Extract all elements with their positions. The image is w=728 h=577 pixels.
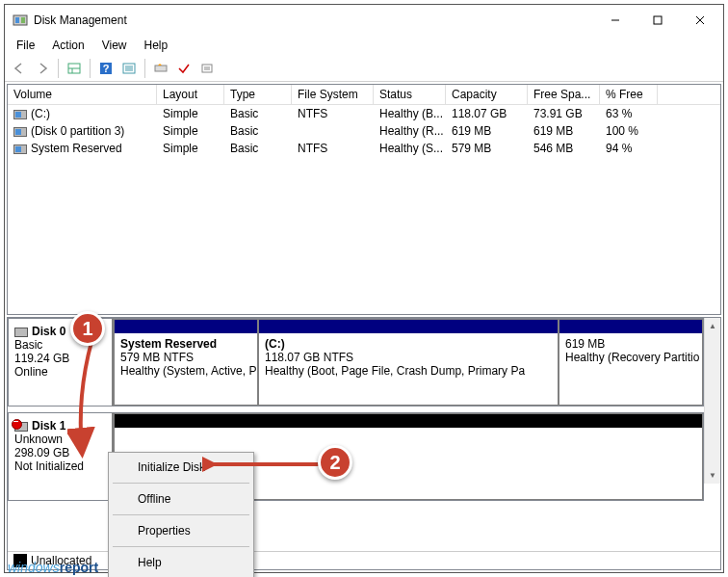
- partition-c[interactable]: (C:) 118.07 GB NTFS Healthy (Boot, Page …: [258, 319, 559, 406]
- toolbar-separator: [58, 59, 59, 78]
- partition-color-bar: [115, 414, 702, 428]
- partition-title: (C:): [265, 337, 552, 351]
- menu-offline[interactable]: Offline: [111, 486, 251, 511]
- col-layout[interactable]: Layout: [157, 85, 224, 104]
- disk-error-icon: [14, 422, 28, 432]
- volume-row[interactable]: (C:) Simple Basic NTFS Healthy (B... 118…: [8, 105, 720, 122]
- col-pct[interactable]: % Free: [600, 85, 658, 104]
- menu-properties[interactable]: Properties: [111, 518, 251, 543]
- cell: Healthy (B...: [374, 106, 446, 121]
- disk-name: Disk 1: [32, 419, 65, 433]
- disk-icon: [14, 328, 28, 337]
- volume-list: Volume Layout Type File System Status Ca…: [7, 84, 721, 315]
- menu-help[interactable]: Help: [137, 37, 176, 54]
- volume-name: (C:): [31, 107, 50, 120]
- partition-color-bar: [559, 320, 702, 333]
- menu-action[interactable]: Action: [44, 37, 91, 54]
- partition-title: System Reserved: [120, 337, 251, 351]
- cell: 73.91 GB: [528, 106, 600, 121]
- partition-color-bar: [115, 320, 257, 333]
- window-title: Disk Management: [34, 13, 594, 27]
- cell: Healthy (R...: [374, 123, 446, 139]
- volume-icon: [13, 110, 27, 119]
- menu-separator: [113, 546, 249, 547]
- scroll-up-icon[interactable]: ▲: [705, 318, 720, 334]
- cell: 63 %: [600, 106, 658, 121]
- partition-status: Healthy (Recovery Partitio: [565, 351, 696, 364]
- partition-recovery[interactable]: 619 MB Healthy (Recovery Partitio: [559, 319, 703, 406]
- disk-row-0: Disk 0 Basic 119.24 GB Online System Res…: [8, 318, 704, 407]
- partition-size: 118.07 GB NTFS: [265, 351, 552, 364]
- col-type[interactable]: Type: [224, 85, 292, 104]
- cell: 579 MB: [446, 141, 528, 156]
- scroll-down-icon[interactable]: ▼: [705, 467, 720, 484]
- cell: 100 %: [600, 123, 658, 139]
- menu-bar: File Action View Help: [5, 36, 723, 55]
- cell: 94 %: [600, 141, 658, 156]
- cell: NTFS: [292, 141, 374, 156]
- volume-row[interactable]: (Disk 0 partition 3) Simple Basic Health…: [8, 122, 720, 140]
- check-icon[interactable]: [173, 58, 195, 79]
- col-spacer: [658, 85, 720, 104]
- title-bar: Disk Management: [5, 5, 723, 36]
- svg-rect-2: [21, 17, 25, 23]
- back-button[interactable]: [9, 58, 30, 79]
- cell: 619 MB: [528, 123, 600, 139]
- cell: [292, 123, 374, 139]
- volume-list-header: Volume Layout Type File System Status Ca…: [8, 85, 720, 105]
- watermark: windowsreport: [8, 560, 98, 575]
- cell: 546 MB: [528, 141, 600, 156]
- col-free[interactable]: Free Spa...: [528, 85, 600, 104]
- menu-separator: [113, 483, 249, 484]
- menu-view[interactable]: View: [94, 37, 135, 54]
- close-button[interactable]: [679, 6, 721, 35]
- maximize-button[interactable]: [637, 6, 679, 35]
- toolbar-separator: [90, 59, 91, 78]
- annotation-badge-2: 2: [318, 445, 352, 480]
- layout-button[interactable]: [64, 58, 85, 79]
- app-icon: [13, 13, 28, 28]
- partition-status: Healthy (Boot, Page File, Crash Dump, Pr…: [265, 364, 552, 378]
- volume-name: (Disk 0 partition 3): [31, 124, 124, 138]
- cell: 118.07 GB: [446, 106, 528, 121]
- col-volume[interactable]: Volume: [8, 85, 157, 104]
- volume-icon: [13, 127, 27, 137]
- cell: 619 MB: [446, 123, 528, 139]
- annotation-arrow-2: [202, 455, 327, 474]
- toolbar-separator: [144, 59, 145, 78]
- cell: Healthy (S...: [374, 141, 446, 156]
- annotation-badge-1: 1: [70, 311, 105, 346]
- partition-color-bar: [259, 320, 558, 333]
- settings-icon[interactable]: [196, 58, 218, 79]
- cell: Simple: [157, 106, 224, 121]
- refresh-icon[interactable]: [150, 58, 171, 79]
- svg-rect-1: [15, 17, 19, 23]
- partition-status: Healthy (System, Active, P: [120, 364, 251, 378]
- volume-name: System Reserved: [31, 142, 122, 155]
- minimize-button[interactable]: [594, 6, 637, 35]
- disk0-partitions: System Reserved 579 MB NTFS Healthy (Sys…: [114, 318, 704, 407]
- menu-separator: [113, 514, 249, 515]
- cell: NTFS: [292, 106, 374, 121]
- col-status[interactable]: Status: [374, 85, 446, 104]
- volume-icon: [13, 144, 27, 154]
- cell: Simple: [157, 123, 224, 139]
- cell: Basic: [224, 123, 292, 139]
- col-filesystem[interactable]: File System: [292, 85, 374, 104]
- help-icon[interactable]: ?: [95, 58, 117, 79]
- list-icon[interactable]: [118, 58, 140, 79]
- forward-button[interactable]: [32, 58, 53, 79]
- cell: Basic: [224, 106, 292, 121]
- col-capacity[interactable]: Capacity: [446, 85, 528, 104]
- cell: Simple: [157, 141, 224, 156]
- disk-name: Disk 0: [32, 325, 65, 338]
- volume-row[interactable]: System Reserved Simple Basic NTFS Health…: [8, 140, 720, 157]
- menu-help[interactable]: Help: [111, 550, 251, 575]
- svg-rect-16: [155, 66, 167, 71]
- vertical-scrollbar[interactable]: ▲ ▼: [704, 318, 720, 484]
- cell: Basic: [224, 141, 292, 156]
- svg-text:?: ?: [103, 63, 110, 74]
- partition-size: 579 MB NTFS: [120, 351, 251, 364]
- partition-system-reserved[interactable]: System Reserved 579 MB NTFS Healthy (Sys…: [114, 319, 258, 406]
- menu-file[interactable]: File: [9, 37, 42, 54]
